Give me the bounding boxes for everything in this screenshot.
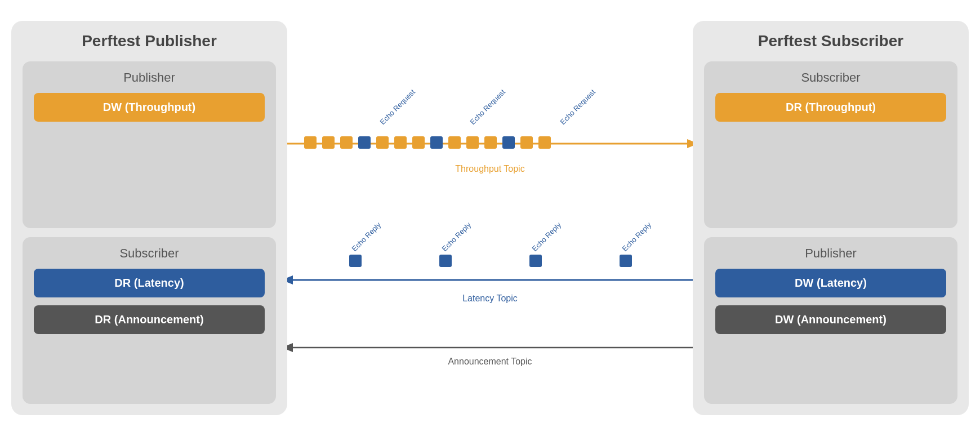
subscriber-dw-announcement-btn: DW (Announcement) bbox=[715, 305, 946, 334]
svg-rect-5 bbox=[358, 136, 371, 149]
subscriber-bottom-inner-title: Publisher bbox=[805, 246, 857, 261]
svg-rect-11 bbox=[466, 136, 479, 149]
svg-rect-15 bbox=[538, 136, 551, 149]
svg-marker-17 bbox=[287, 275, 293, 284]
svg-rect-2 bbox=[304, 136, 317, 149]
svg-rect-10 bbox=[448, 136, 461, 149]
svg-rect-9 bbox=[430, 136, 443, 149]
publisher-outer-title: Perftest Publisher bbox=[23, 32, 276, 50]
svg-rect-12 bbox=[484, 136, 497, 149]
publisher-dr-latency-btn: DR (Latency) bbox=[34, 269, 265, 297]
announcement-topic-label: Announcement Topic bbox=[448, 357, 532, 366]
subscriber-dw-latency-btn: DW (Latency) bbox=[715, 269, 946, 297]
publisher-top-inner-title: Publisher bbox=[123, 70, 175, 85]
echo-request-label-1: Echo Request bbox=[378, 87, 417, 126]
subscriber-top-inner: Subscriber DR (Throughput) bbox=[704, 61, 957, 228]
svg-rect-18 bbox=[349, 255, 362, 267]
throughput-topic-label: Throughput Topic bbox=[455, 164, 524, 173]
svg-marker-1 bbox=[687, 139, 693, 148]
svg-rect-3 bbox=[322, 136, 335, 149]
publisher-bottom-inner-title: Subscriber bbox=[119, 246, 179, 261]
svg-rect-20 bbox=[529, 255, 542, 267]
middle-area: Echo Request Echo Request Echo Request T… bbox=[287, 21, 693, 415]
svg-rect-19 bbox=[439, 255, 452, 267]
subscriber-outer-box: Perftest Subscriber Subscriber DR (Throu… bbox=[693, 21, 969, 415]
diagram-svg: Echo Request Echo Request Echo Request T… bbox=[287, 21, 693, 415]
publisher-top-inner: Publisher DW (Throughput) bbox=[23, 61, 276, 228]
echo-request-label-2: Echo Request bbox=[469, 87, 507, 126]
echo-request-label-3: Echo Request bbox=[559, 87, 598, 126]
publisher-dw-throughput-btn: DW (Throughput) bbox=[34, 93, 265, 122]
svg-rect-7 bbox=[394, 136, 407, 149]
svg-rect-8 bbox=[412, 136, 425, 149]
subscriber-outer-title: Perftest Subscriber bbox=[704, 32, 957, 50]
svg-marker-23 bbox=[287, 343, 293, 352]
svg-rect-6 bbox=[376, 136, 389, 149]
echo-reply-label-1: Echo Reply bbox=[350, 220, 383, 253]
diagram-container: Perftest Publisher Publisher DW (Through… bbox=[11, 10, 969, 426]
echo-reply-label-4: Echo Reply bbox=[621, 220, 653, 253]
echo-reply-label-2: Echo Reply bbox=[440, 220, 473, 253]
echo-reply-label-3: Echo Reply bbox=[531, 220, 563, 253]
publisher-dr-announcement-btn: DR (Announcement) bbox=[34, 305, 265, 334]
publisher-outer-box: Perftest Publisher Publisher DW (Through… bbox=[11, 21, 287, 415]
publisher-bottom-inner: Subscriber DR (Latency) DR (Announcement… bbox=[23, 237, 276, 404]
svg-rect-21 bbox=[620, 255, 632, 267]
subscriber-top-inner-title: Subscriber bbox=[801, 70, 860, 85]
subscriber-bottom-inner: Publisher DW (Latency) DW (Announcement) bbox=[704, 237, 957, 404]
latency-topic-label: Latency Topic bbox=[462, 293, 518, 303]
svg-rect-14 bbox=[520, 136, 533, 149]
svg-rect-13 bbox=[502, 136, 515, 149]
subscriber-dr-throughput-btn: DR (Throughput) bbox=[715, 93, 946, 122]
svg-rect-4 bbox=[340, 136, 353, 149]
